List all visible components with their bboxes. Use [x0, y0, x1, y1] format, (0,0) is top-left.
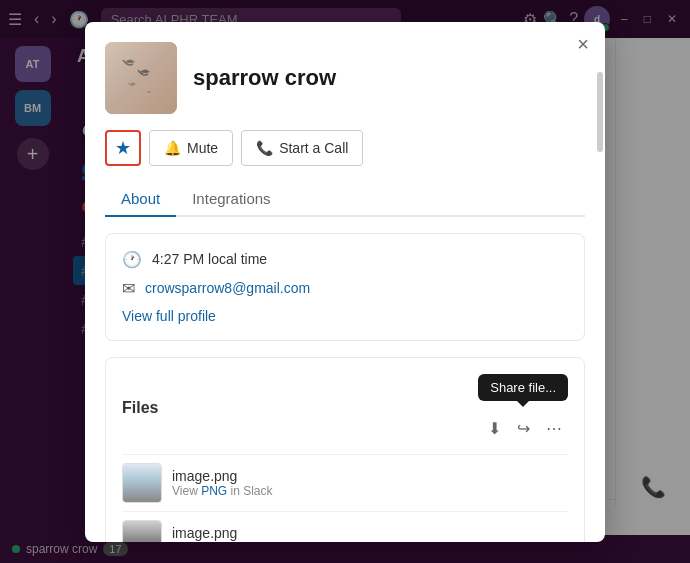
modal-scrollbar[interactable] — [597, 72, 603, 152]
share-button[interactable]: ↪ — [511, 415, 536, 442]
modal-close-button[interactable]: × — [577, 34, 589, 54]
view-profile-link[interactable]: View full profile — [122, 308, 568, 324]
file-thumb-img-1 — [123, 464, 161, 502]
clock-icon: 🕐 — [122, 250, 142, 269]
profile-modal: × — [85, 22, 605, 542]
file-actions: ⬇ ↪ ⋯ — [482, 415, 568, 442]
file-thumb-img-2 — [123, 521, 161, 542]
tab-about[interactable]: About — [105, 182, 176, 217]
file-desc-2: Shared by sparrow crow on Mar 26th — [172, 541, 568, 542]
local-time-row: 🕐 4:27 PM local time — [122, 250, 568, 269]
call-icon: 📞 — [256, 140, 273, 156]
action-buttons: ★ 🔔 Mute 📞 Start a Call — [105, 130, 585, 166]
file-desc-1: View PNG in Slack — [172, 484, 568, 498]
modal-overlay[interactable]: × — [0, 0, 690, 563]
files-header: Files Share file... ⬇ ↪ ⋯ — [122, 374, 568, 442]
email-icon: ✉ — [122, 279, 135, 298]
profile-name-container: sparrow crow — [193, 65, 336, 91]
download-button[interactable]: ⬇ — [482, 415, 507, 442]
svg-rect-0 — [105, 42, 177, 114]
start-call-button[interactable]: 📞 Start a Call — [241, 130, 363, 166]
mute-icon: 🔔 — [164, 140, 181, 156]
email-link[interactable]: crowsparrow8@gmail.com — [145, 280, 310, 296]
file-info-1: image.png View PNG in Slack — [172, 468, 568, 498]
tabs: About Integrations — [105, 182, 585, 217]
file-link-1[interactable]: PNG — [201, 484, 227, 498]
local-time-text: 4:27 PM local time — [152, 251, 267, 267]
file-item-1: image.png View PNG in Slack — [122, 454, 568, 511]
tattoo-svg — [105, 42, 177, 114]
share-area: Share file... ⬇ ↪ ⋯ — [478, 374, 568, 442]
profile-header: sparrow crow — [105, 42, 585, 114]
mute-button[interactable]: 🔔 Mute — [149, 130, 233, 166]
file-item-2: image.png Shared by sparrow crow on Mar … — [122, 511, 568, 542]
profile-avatar — [105, 42, 177, 114]
file-thumb-1 — [122, 463, 162, 503]
more-button[interactable]: ⋯ — [540, 415, 568, 442]
files-title: Files — [122, 399, 158, 417]
email-row: ✉ crowsparrow8@gmail.com — [122, 279, 568, 298]
file-name-1[interactable]: image.png — [172, 468, 568, 484]
file-name-2[interactable]: image.png — [172, 525, 568, 541]
avatar-image — [105, 42, 177, 114]
star-icon: ★ — [115, 137, 131, 159]
star-button[interactable]: ★ — [105, 130, 141, 166]
info-card: 🕐 4:27 PM local time ✉ crowsparrow8@gmai… — [105, 233, 585, 341]
files-card: Files Share file... ⬇ ↪ ⋯ — [105, 357, 585, 542]
tab-integrations[interactable]: Integrations — [176, 182, 286, 217]
share-file-tooltip: Share file... — [478, 374, 568, 401]
file-thumb-2 — [122, 520, 162, 542]
app-background: ☰ ‹ › 🕐 ⚙ 🔍 ? d – □ ✕ AT BM + — [0, 0, 690, 563]
start-call-label: Start a Call — [279, 140, 348, 156]
profile-name: sparrow crow — [193, 65, 336, 91]
file-info-2: image.png Shared by sparrow crow on Mar … — [172, 525, 568, 542]
mute-label: Mute — [187, 140, 218, 156]
